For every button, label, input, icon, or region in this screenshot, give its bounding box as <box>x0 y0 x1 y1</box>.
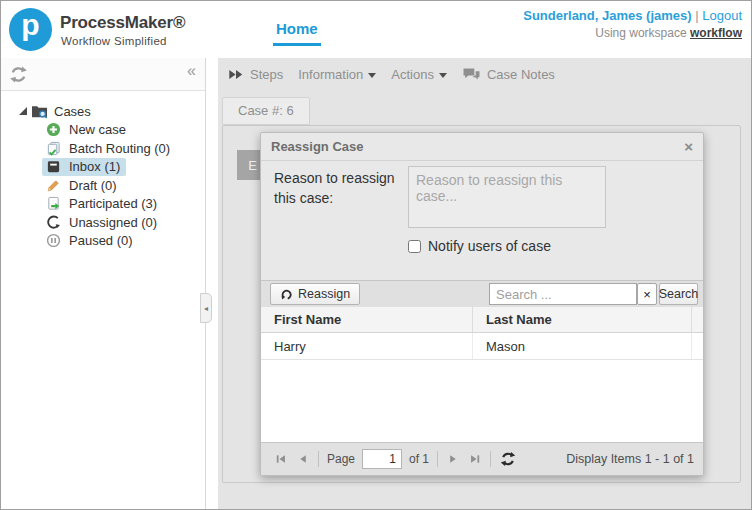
unassigned-icon <box>46 214 63 230</box>
splitter-collapse-handle[interactable]: ◂ <box>200 293 212 323</box>
modal-title: Reassign Case <box>271 139 364 154</box>
processmaker-logo-icon: p <box>9 8 52 51</box>
batch-routing-icon <box>46 140 63 156</box>
brand-title: ProcessMaker® <box>60 13 185 33</box>
grid-empty-area <box>261 360 703 442</box>
user-line: Sunderland, James (james) | Logout <box>523 8 742 23</box>
app-header: p ProcessMaker® Workflow Simplified Home… <box>1 1 751 58</box>
participated-icon <box>46 196 63 212</box>
case-number-tab[interactable]: Case #: 6 <box>222 97 310 125</box>
workspace-line: Using workspace workflow <box>523 26 742 40</box>
user-area: Sunderland, James (james) | Logout Using… <box>523 8 742 40</box>
content-area: « Cases <box>1 58 751 509</box>
main-area: Steps Information Actions <box>218 58 751 509</box>
display-items-text: Display Items 1 - 1 of 1 <box>566 452 694 466</box>
close-icon[interactable]: × <box>684 139 693 154</box>
prev-page-button[interactable] <box>292 448 314 470</box>
actions-label: Actions <box>391 67 434 82</box>
cell-last-name: Mason <box>473 333 692 359</box>
notify-users-checkbox[interactable] <box>408 240 421 253</box>
sidebar-item-unassigned[interactable]: Unassigned (0) <box>42 213 163 232</box>
tree-expander-icon[interactable] <box>19 107 27 115</box>
steps-label: Steps <box>250 67 283 82</box>
search-input[interactable] <box>489 283 637 305</box>
search-button[interactable]: Search <box>659 283 698 305</box>
sidebar: « Cases <box>1 58 206 509</box>
sidebar-item-label: Draft (0) <box>69 178 117 193</box>
steps-button[interactable]: Steps <box>228 67 283 82</box>
draft-pencil-icon <box>46 177 63 193</box>
reassign-case-modal: Reassign Case × Reason to reassign this … <box>260 132 704 476</box>
case-toolbar: Steps Information Actions <box>228 67 570 82</box>
next-page-button[interactable] <box>442 448 464 470</box>
grid-toolbar: Reassign × Search <box>261 280 703 307</box>
tab-home[interactable]: Home <box>273 20 321 46</box>
divider <box>318 451 319 467</box>
grid-header-spacer <box>692 307 703 332</box>
sidebar-item-label: Batch Routing (0) <box>69 141 170 156</box>
page-label: Page <box>327 452 355 466</box>
chevron-down-icon <box>368 73 376 78</box>
column-header-first-name[interactable]: First Name <box>261 307 473 332</box>
chevron-down-icon <box>439 73 447 78</box>
modal-titlebar: Reassign Case × <box>261 133 703 161</box>
sidebar-item-label: Unassigned (0) <box>69 215 157 230</box>
case-notes-label: Case Notes <box>487 67 555 82</box>
divider <box>437 451 438 467</box>
workspace-prefix: Using workspace <box>595 26 690 40</box>
separator: | <box>695 8 698 23</box>
steps-icon <box>228 69 244 80</box>
reassign-button[interactable]: Reassign <box>270 283 360 305</box>
new-case-plus-icon <box>46 122 63 138</box>
brand-tagline: Workflow Simplified <box>61 35 167 47</box>
folder-search-icon <box>31 103 48 119</box>
workspace-link[interactable]: workflow <box>690 26 742 40</box>
sidebar-item-inbox[interactable]: Inbox (1) <box>42 158 126 177</box>
logout-link[interactable]: Logout <box>702 8 742 23</box>
clear-search-button[interactable]: × <box>637 283 657 305</box>
cases-tree: Cases New case <box>1 91 205 250</box>
reassign-button-label: Reassign <box>298 287 350 301</box>
sidebar-item-label: Paused (0) <box>69 233 133 248</box>
sidebar-item-label: Participated (3) <box>69 196 157 211</box>
reason-label: Reason to reassign this case: <box>274 168 408 209</box>
pagination-bar: Page of 1 <box>261 442 703 475</box>
sidebar-item-label: New case <box>69 122 126 137</box>
information-label: Information <box>298 67 363 82</box>
sidebar-item-participated[interactable]: Participated (3) <box>42 195 163 214</box>
sidebar-item-new-case[interactable]: New case <box>42 121 132 140</box>
refresh-icon[interactable] <box>9 65 28 84</box>
reassign-form: Reason to reassign this case: Notify use… <box>261 161 703 280</box>
case-notes-button[interactable]: Case Notes <box>462 67 555 82</box>
logo-glyph: p <box>21 8 39 42</box>
divider <box>490 451 491 467</box>
user-name-link[interactable]: Sunderland, James (james) <box>523 8 691 23</box>
sidebar-splitter[interactable]: ◂ <box>206 58 218 509</box>
sidebar-item-draft[interactable]: Draft (0) <box>42 176 123 195</box>
inbox-icon <box>46 159 63 175</box>
case-notes-icon <box>462 67 481 82</box>
sidebar-item-label: Cases <box>54 104 91 119</box>
sidebar-item-label: Inbox (1) <box>69 159 120 174</box>
grid-header-row: First Name Last Name <box>261 307 703 333</box>
last-page-button[interactable] <box>464 448 486 470</box>
first-page-button[interactable] <box>270 448 292 470</box>
notify-users-label: Notify users of case <box>428 238 551 254</box>
paused-icon <box>46 233 63 249</box>
reason-textarea[interactable] <box>408 166 606 228</box>
sidebar-item-batch-routing[interactable]: Batch Routing (0) <box>42 139 176 158</box>
sidebar-item-paused[interactable]: Paused (0) <box>42 232 139 251</box>
sidebar-item-cases[interactable]: Cases <box>19 102 201 121</box>
sidebar-panel-header: « <box>1 58 205 91</box>
information-menu-button[interactable]: Information <box>298 67 376 82</box>
actions-menu-button[interactable]: Actions <box>391 67 447 82</box>
collapse-sidebar-icon[interactable]: « <box>187 62 196 80</box>
page-of-label: of 1 <box>409 452 429 466</box>
cell-first-name: Harry <box>261 333 473 359</box>
app-window: p ProcessMaker® Workflow Simplified Home… <box>0 0 752 510</box>
reassign-icon <box>280 288 293 301</box>
column-header-last-name[interactable]: Last Name <box>473 307 692 332</box>
page-number-input[interactable] <box>362 449 402 469</box>
table-row[interactable]: Harry Mason <box>261 333 703 360</box>
refresh-grid-icon[interactable] <box>495 447 520 471</box>
